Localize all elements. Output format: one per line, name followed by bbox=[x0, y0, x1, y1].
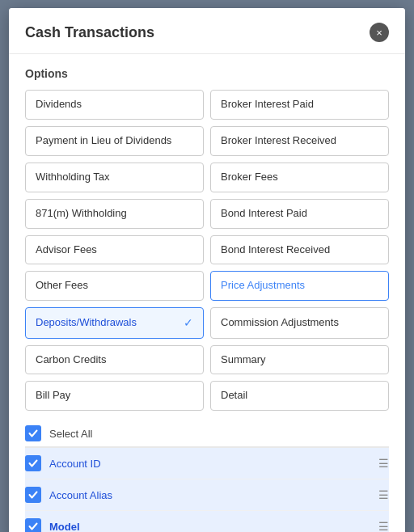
select-all-label: Select All bbox=[49, 428, 92, 440]
modal-header: Cash Transactions × bbox=[9, 8, 405, 54]
options-label: Options bbox=[25, 67, 389, 80]
option-871m-withholding[interactable]: 871(m) Withholding bbox=[25, 199, 204, 229]
column-row-account-id: Account ID ☰ bbox=[25, 447, 389, 479]
account-alias-label: Account Alias bbox=[49, 489, 370, 501]
option-label: Deposits/Withdrawals bbox=[36, 316, 137, 330]
modal-title: Cash Transactions bbox=[25, 24, 154, 41]
option-label: Withholding Tax bbox=[36, 171, 110, 184]
checkmark-svg bbox=[28, 458, 38, 468]
option-label: Payment in Lieu of Dividends bbox=[36, 134, 171, 148]
option-bond-interest-paid[interactable]: Bond Interest Paid bbox=[210, 199, 389, 229]
close-button[interactable]: × bbox=[370, 23, 389, 42]
option-commission-adjustments[interactable]: Commission Adjustments bbox=[210, 307, 389, 338]
option-label: Detail bbox=[221, 389, 247, 403]
option-label: Bond Interest Paid bbox=[221, 207, 307, 221]
option-payment-in-lieu[interactable]: Payment in Lieu of Dividends bbox=[25, 126, 204, 156]
select-all-checkbox[interactable] bbox=[25, 425, 41, 441]
checkmark-icon: ✓ bbox=[184, 315, 193, 330]
option-label: Broker Interest Received bbox=[221, 134, 336, 148]
drag-handle-icon[interactable]: ☰ bbox=[378, 457, 389, 470]
select-all-row: Select All bbox=[25, 419, 389, 446]
option-dividends[interactable]: Dividends bbox=[25, 90, 204, 120]
account-alias-checkbox[interactable] bbox=[25, 487, 41, 503]
option-bill-pay[interactable]: Bill Pay bbox=[25, 381, 204, 411]
option-label: Other Fees bbox=[36, 279, 88, 293]
model-checkbox[interactable] bbox=[25, 518, 41, 532]
option-label: Summary bbox=[221, 353, 266, 367]
column-row-account-alias: Account Alias ☰ bbox=[25, 479, 389, 511]
account-id-label: Account ID bbox=[49, 458, 370, 470]
option-advisor-fees[interactable]: Advisor Fees bbox=[25, 235, 204, 265]
option-label: Dividends bbox=[36, 98, 82, 112]
modal-body: Options Dividends Broker Interest Paid P… bbox=[9, 54, 405, 532]
model-label: Model bbox=[49, 521, 370, 532]
option-withholding-tax[interactable]: Withholding Tax bbox=[25, 163, 204, 192]
option-broker-interest-paid[interactable]: Broker Interest Paid bbox=[210, 90, 389, 120]
option-label: Advisor Fees bbox=[36, 243, 97, 257]
option-detail[interactable]: Detail bbox=[210, 381, 389, 411]
options-grid: Dividends Broker Interest Paid Payment i… bbox=[25, 90, 389, 411]
checkmark-svg bbox=[28, 521, 38, 531]
option-bond-interest-received[interactable]: Bond Interest Received bbox=[210, 235, 389, 265]
account-id-checkbox[interactable] bbox=[25, 455, 41, 471]
option-other-fees[interactable]: Other Fees bbox=[25, 271, 204, 301]
option-summary[interactable]: Summary bbox=[210, 345, 389, 375]
option-label: Bond Interest Received bbox=[221, 243, 330, 257]
option-price-adjustments[interactable]: Price Adjustments bbox=[210, 271, 389, 301]
column-row-model: Model ☰ bbox=[25, 511, 389, 532]
option-deposits-withdrawals[interactable]: Deposits/Withdrawals ✓ bbox=[25, 307, 204, 338]
close-icon: × bbox=[376, 27, 382, 39]
option-label: 871(m) Withholding bbox=[36, 207, 127, 221]
checkmark-svg bbox=[28, 429, 38, 438]
option-label: Broker Interest Paid bbox=[221, 98, 314, 112]
option-label: Commission Adjustments bbox=[221, 316, 339, 330]
option-label: Broker Fees bbox=[221, 171, 278, 184]
option-broker-fees[interactable]: Broker Fees bbox=[210, 163, 389, 192]
modal-overlay: Cash Transactions × Options Dividends Br… bbox=[0, 0, 414, 532]
checkmark-svg bbox=[28, 490, 38, 500]
column-list: Account ID ☰ Account Alias ☰ bbox=[25, 446, 389, 532]
option-label: Carbon Credits bbox=[36, 353, 106, 367]
option-carbon-credits[interactable]: Carbon Credits bbox=[25, 345, 204, 375]
modal: Cash Transactions × Options Dividends Br… bbox=[9, 8, 405, 532]
option-label: Price Adjustments bbox=[221, 279, 305, 293]
option-broker-interest-received[interactable]: Broker Interest Received bbox=[210, 126, 389, 156]
drag-handle-icon[interactable]: ☰ bbox=[378, 488, 389, 501]
drag-handle-icon[interactable]: ☰ bbox=[378, 520, 389, 532]
option-label: Bill Pay bbox=[36, 389, 70, 403]
